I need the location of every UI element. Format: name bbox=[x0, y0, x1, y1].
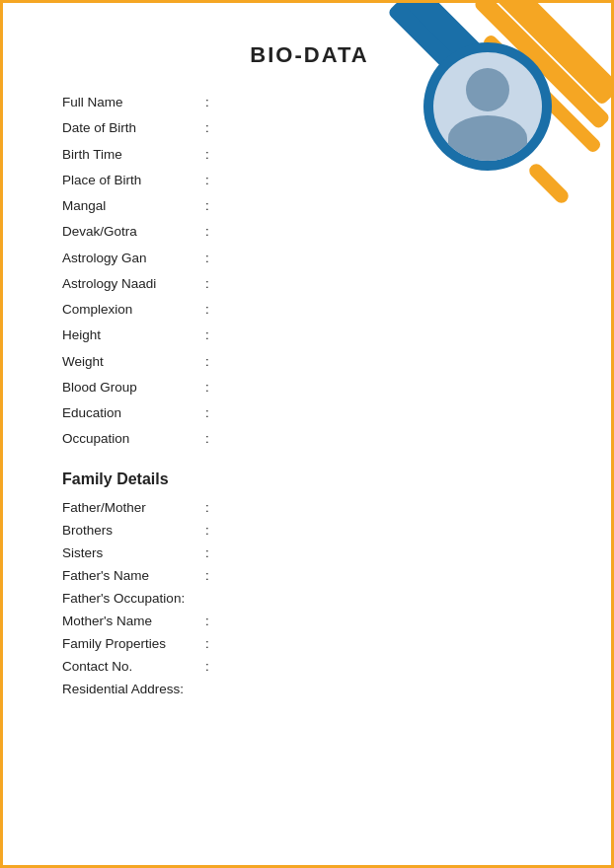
field-row: Complexion: bbox=[62, 297, 557, 323]
family-field-row: Mother's Name: bbox=[62, 610, 557, 632]
field-colon: : bbox=[205, 170, 209, 191]
family-colon: : bbox=[205, 614, 209, 628]
field-colon: : bbox=[205, 273, 209, 295]
field-label: Height bbox=[62, 325, 205, 346]
family-label: Father/Mother bbox=[62, 500, 205, 515]
field-label: Place of Birth bbox=[62, 170, 205, 191]
family-label: Father's Occupation: bbox=[62, 591, 205, 606]
field-row: Height: bbox=[62, 323, 557, 348]
field-label: Devak/Gotra bbox=[62, 221, 205, 243]
family-label: Residential Address: bbox=[62, 682, 205, 696]
field-colon: : bbox=[205, 195, 209, 217]
field-colon: : bbox=[205, 117, 209, 139]
field-colon: : bbox=[205, 377, 209, 398]
field-label: Date of Birth bbox=[62, 117, 205, 139]
family-field-row: Residential Address: bbox=[62, 678, 557, 700]
field-colon: : bbox=[205, 248, 209, 269]
family-section-title: Family Details bbox=[62, 470, 557, 488]
family-label: Family Properties bbox=[62, 636, 205, 651]
field-colon: : bbox=[205, 144, 209, 166]
family-colon: : bbox=[205, 500, 209, 515]
family-label: Father's Name bbox=[62, 568, 205, 583]
family-colon: : bbox=[205, 636, 209, 651]
field-label: Mangal bbox=[62, 195, 205, 217]
family-label: Brothers bbox=[62, 523, 205, 538]
main-content: BIO-DATA Full Name:Date of Birth:Birth T… bbox=[3, 3, 611, 730]
field-row: Mangal: bbox=[62, 193, 557, 219]
field-row: Date of Birth: bbox=[62, 115, 557, 141]
field-row: Devak/Gotra: bbox=[62, 219, 557, 245]
family-label: Sisters bbox=[62, 545, 205, 560]
field-row: Weight: bbox=[62, 349, 557, 375]
field-row: Astrology Gan: bbox=[62, 246, 557, 271]
family-label: Contact No. bbox=[62, 659, 205, 674]
field-row: Blood Group: bbox=[62, 375, 557, 400]
field-colon: : bbox=[205, 351, 209, 373]
family-field-row: Father's Occupation: bbox=[62, 587, 557, 610]
field-label: Astrology Gan bbox=[62, 248, 205, 269]
family-colon: : bbox=[205, 659, 209, 674]
family-colon: : bbox=[205, 568, 209, 583]
field-colon: : bbox=[205, 428, 209, 450]
family-fields: Father/Mother:Brothers:Sisters:Father's … bbox=[62, 496, 557, 700]
family-colon: : bbox=[205, 523, 209, 538]
field-colon: : bbox=[205, 402, 209, 424]
bio-data-page: BIO-DATA Full Name:Date of Birth:Birth T… bbox=[0, 0, 614, 868]
family-field-row: Brothers: bbox=[62, 519, 557, 542]
family-field-row: Sisters: bbox=[62, 542, 557, 564]
family-colon: : bbox=[205, 545, 209, 560]
personal-fields: Full Name:Date of Birth:Birth Time:Place… bbox=[62, 90, 557, 453]
field-label: Weight bbox=[62, 351, 205, 373]
family-label: Mother's Name bbox=[62, 614, 205, 628]
field-label: Full Name bbox=[62, 92, 205, 113]
field-label: Occupation bbox=[62, 428, 205, 450]
field-colon: : bbox=[205, 221, 209, 243]
field-colon: : bbox=[205, 325, 209, 346]
family-field-row: Family Properties: bbox=[62, 632, 557, 655]
field-label: Astrology Naadi bbox=[62, 273, 205, 295]
field-row: Occupation: bbox=[62, 426, 557, 452]
family-field-row: Contact No.: bbox=[62, 655, 557, 678]
field-row: Education: bbox=[62, 400, 557, 426]
field-colon: : bbox=[205, 299, 209, 321]
field-label: Blood Group bbox=[62, 377, 205, 398]
field-row: Full Name: bbox=[62, 90, 557, 115]
field-row: Place of Birth: bbox=[62, 168, 557, 193]
field-colon: : bbox=[205, 92, 209, 113]
family-field-row: Father/Mother: bbox=[62, 496, 557, 519]
field-label: Birth Time bbox=[62, 144, 205, 166]
page-title: BIO-DATA bbox=[62, 33, 557, 68]
family-field-row: Father's Name: bbox=[62, 564, 557, 587]
field-row: Birth Time: bbox=[62, 142, 557, 168]
field-label: Complexion bbox=[62, 299, 205, 321]
field-label: Education bbox=[62, 402, 205, 424]
field-row: Astrology Naadi: bbox=[62, 271, 557, 297]
